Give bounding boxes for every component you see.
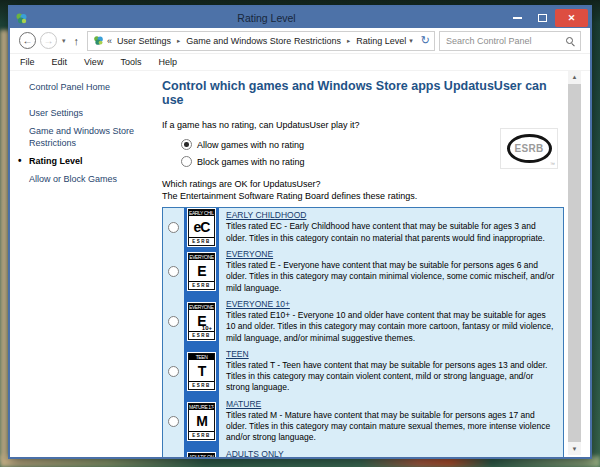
rating-description: Titles rated E10+ - Everyone 10 and olde… — [226, 310, 557, 344]
rating-radio-button[interactable] — [168, 266, 179, 277]
recent-pages-dropdown[interactable]: ▾ — [62, 37, 66, 45]
esrb-icon-letter: T — [198, 363, 206, 379]
sidebar-item[interactable]: Allow or Block Games — [29, 174, 143, 185]
esrb-rating-icon: MATURE 17+ M ESRB — [184, 397, 219, 447]
rating-description: Titles rated E - Everyone have content t… — [226, 260, 557, 294]
refresh-icon: ↻ — [421, 34, 430, 46]
sidebar-task-list: User SettingsGame and Windows Store Rest… — [29, 108, 162, 185]
menu-item[interactable]: View — [84, 57, 103, 67]
esrb-icon-letter: E — [197, 263, 205, 279]
menu-item[interactable]: File — [20, 57, 35, 67]
maximize-icon — [538, 14, 547, 22]
breadcrumb-item[interactable]: Rating Level — [341, 36, 406, 46]
rating-description: Titles rated T - Teen have content that … — [226, 360, 557, 394]
esrb-rating-icon: EVERYONE E ESRB — [184, 247, 219, 297]
rating-radio-cell — [163, 416, 184, 427]
esrb-rating-icon: EARLY CHILDHOOD eC ESRB — [184, 208, 219, 247]
scrollbar-thumb[interactable] — [568, 84, 581, 442]
rating-name: EVERYONE — [226, 249, 557, 260]
rating-row[interactable]: MATURE 17+ M ESRB MATURE Titles rated M … — [163, 397, 563, 447]
rating-row[interactable]: EVERYONE E ESRB EVERYONE Titles rated E … — [163, 247, 563, 297]
vertical-scrollbar[interactable]: ▲ ▼ — [568, 71, 581, 455]
up-arrow-icon: ↑ — [74, 35, 80, 47]
sidebar: Control Panel Home User SettingsGame and… — [10, 71, 162, 457]
close-icon: ✕ — [568, 13, 576, 23]
ratings-question: Which ratings are OK for UpdatusUser? — [162, 179, 564, 189]
esrb-logo-text: ESRB — [507, 134, 552, 163]
sidebar-item-control-panel-home[interactable]: Control Panel Home — [29, 82, 162, 92]
esrb-icon-category-band: ADULTS ONLY 18+ — [189, 454, 214, 457]
main-panel: Control which games and Windows Store ap… — [162, 71, 590, 457]
search-input[interactable] — [446, 36, 566, 46]
rating-radio-cell — [163, 366, 184, 377]
esrb-icon-brand-band: ESRB — [189, 237, 214, 245]
rating-row[interactable]: TEEN T ESRB TEEN Titles rated T - Teen h… — [163, 347, 563, 397]
rating-name: TEEN — [226, 349, 557, 360]
sidebar-item[interactable]: Game and Windows Store Restrictions — [29, 126, 143, 149]
back-icon: ← — [23, 36, 33, 46]
radio-label: Block games with no rating — [197, 157, 305, 167]
refresh-button[interactable]: ↻ — [421, 34, 430, 47]
sidebar-item[interactable]: User Settings — [29, 108, 143, 119]
esrb-trademark: ™ — [550, 161, 555, 167]
maximize-button[interactable] — [530, 9, 555, 27]
sidebar-item[interactable]: Rating Level — [29, 156, 143, 167]
rating-row[interactable]: ADULTS ONLY 18+ AO ESRB ADULTS ONLY Titl… — [163, 447, 563, 458]
search-icon[interactable] — [566, 37, 574, 45]
menu-item[interactable]: Help — [158, 57, 177, 67]
menu-bar: FileEditViewToolsHelp — [10, 54, 590, 71]
breadcrumb-overflow-icon[interactable]: « — [107, 36, 112, 46]
menu-item[interactable]: Tools — [120, 57, 141, 67]
radio-label: Allow games with no rating — [197, 140, 304, 150]
esrb-rating-icon: ADULTS ONLY 18+ AO ESRB — [184, 447, 219, 458]
scroll-down-icon[interactable]: ▼ — [572, 443, 578, 455]
search-box[interactable] — [439, 31, 581, 51]
up-button[interactable]: ↑ — [74, 35, 80, 47]
rating-radio-cell — [163, 266, 184, 277]
rating-level-window: Rating Level ✕ ← → ▾ ↑ « User SettingsGa… — [8, 5, 592, 459]
close-button[interactable]: ✕ — [555, 9, 588, 27]
esrb-rating-icon: TEEN T ESRB — [184, 347, 219, 397]
breadcrumb-item[interactable]: User Settings — [117, 36, 171, 46]
rating-row[interactable]: EARLY CHILDHOOD eC ESRB EARLY CHILDHOOD … — [163, 208, 563, 247]
back-button[interactable]: ← — [19, 32, 36, 49]
menu-item[interactable]: Edit — [52, 57, 68, 67]
esrb-icon-brand-band: ESRB — [189, 281, 214, 289]
radio-button[interactable] — [181, 156, 192, 167]
rating-radio-button[interactable] — [168, 366, 179, 377]
breadcrumb: User SettingsGame and Windows Store Rest… — [117, 36, 406, 46]
esrb-icon-brand-band: ESRB — [189, 331, 214, 339]
breadcrumb-item[interactable]: Game and Windows Store Restrictions — [171, 36, 341, 46]
scroll-up-icon[interactable]: ▲ — [572, 71, 578, 83]
rating-radio-button[interactable] — [168, 316, 179, 327]
rating-name: ADULTS ONLY — [226, 449, 557, 458]
esrb-icon-brand-band: ESRB — [189, 381, 214, 389]
titlebar: Rating Level ✕ — [10, 7, 590, 28]
rating-radio-cell — [163, 316, 184, 327]
rating-radio-button[interactable] — [168, 222, 179, 233]
chevron-down-icon: ▾ — [409, 37, 413, 44]
address-bar[interactable]: « User SettingsGame and Windows Store Re… — [87, 31, 435, 51]
esrb-icon-letter: eC — [194, 219, 210, 235]
esrb-icon-letter: M — [196, 413, 207, 429]
navigation-toolbar: ← → ▾ ↑ « User SettingsGame and Windows … — [10, 28, 590, 54]
ratings-note: The Entertainment Software Rating Board … — [162, 191, 564, 201]
rating-name: EARLY CHILDHOOD — [226, 210, 557, 221]
rating-radio-button[interactable] — [168, 416, 179, 427]
content-area: Control Panel Home User SettingsGame and… — [10, 71, 590, 457]
address-bar-controls: ▾ ↻ — [409, 34, 430, 47]
page-title: Control which games and Windows Store ap… — [162, 79, 564, 107]
window-title: Rating Level — [28, 12, 505, 24]
esrb-icon-brand-band: ESRB — [189, 431, 214, 439]
esrb-logo: ESRB ™ — [500, 128, 558, 169]
rating-row[interactable]: EVERYONE 10+ E 10+ ESRB EVERYONE 10+ Tit… — [163, 297, 563, 347]
minimize-button[interactable] — [505, 9, 530, 27]
chevron-down-icon: ▾ — [62, 37, 66, 44]
minimize-icon — [513, 17, 522, 19]
address-dropdown-button[interactable]: ▾ — [409, 37, 413, 45]
esrb-icon-age-suffix: 10+ — [202, 325, 212, 331]
forward-button[interactable]: → — [40, 32, 57, 49]
radio-button[interactable] — [181, 139, 192, 150]
rating-radio-cell — [163, 222, 184, 233]
forward-icon: → — [44, 36, 54, 46]
